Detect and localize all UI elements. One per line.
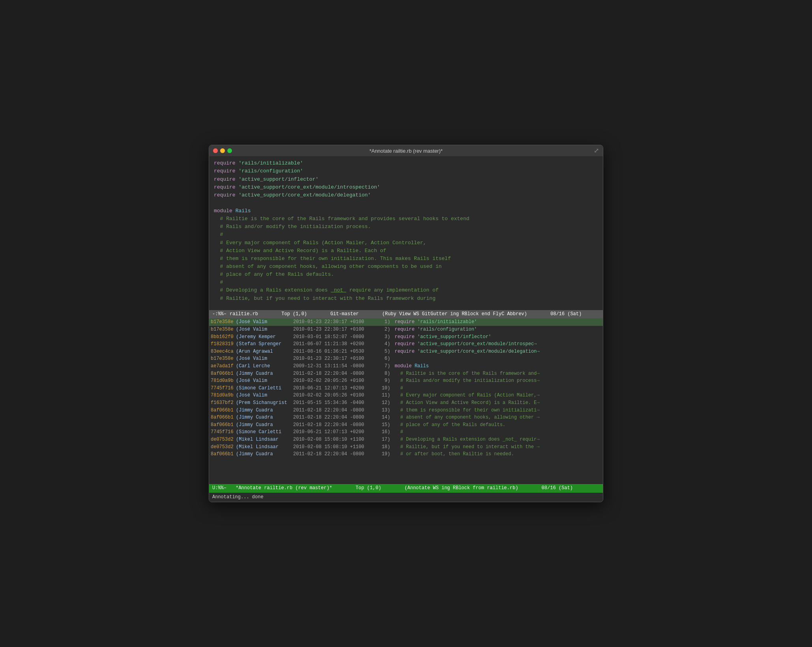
- code-line-2: require 'rails/configuration': [209, 167, 603, 175]
- code-line-12: # Action View and Active Record) is a Ra…: [209, 247, 603, 255]
- status-filename: railtie.rb: [230, 310, 258, 318]
- code-line-3: require 'active_support/inflector': [209, 176, 603, 183]
- blame-line-17: de0753d2 (Mikel Lindsaar 2010-02-08 15:0…: [209, 436, 603, 443]
- code-line-17: # Developing a Rails extension does _not…: [209, 286, 603, 294]
- blame-line-2: b17e358e (José Valim 2010-01-23 22:30:17…: [209, 326, 603, 333]
- blame-line-5: 83eec4ca (Arun Agrawal 2011-08-16 01:36:…: [209, 348, 603, 355]
- traffic-lights: [213, 148, 232, 153]
- status-mode: -:%%–: [212, 310, 226, 318]
- maximize-button[interactable]: [227, 148, 232, 153]
- editor-area[interactable]: require 'rails/initializable' require 'r…: [209, 156, 603, 310]
- code-line-15: # place of any of the Rails defaults.: [209, 271, 603, 279]
- bottom-status-bar: U:%%– *Annotate railtie.rb (rev master)*…: [209, 484, 603, 492]
- bottom-date: 08/16 (Sat): [542, 484, 573, 492]
- blame-hash: b17e358e: [209, 318, 236, 326]
- code-line-9: # Rails and/or modify the initialization…: [209, 223, 603, 231]
- code-line-18: # Railtie, but if you need to interact w…: [209, 295, 603, 303]
- bottom-mode: U:%%–: [212, 484, 226, 492]
- blame-line-7: ae7ada1f (Carl Lerche 2009-12-31 13:11:5…: [209, 363, 603, 370]
- titlebar: *Annotate railtie.rb (rev master)* ⤢: [209, 145, 603, 156]
- top-status-bar: -:%%– railtie.rb Top (1,0) Git-master (R…: [209, 310, 603, 318]
- blame-line-19: 8af066b1 (Jimmy Cuadra 2011-02-18 22:20:…: [209, 451, 603, 458]
- bottom-info: (Annotate WS ing RBlock from railtie.rb): [404, 484, 518, 492]
- blame-line-3: 8bb162f0 (Jeremy Kemper 2010-03-01 18:52…: [209, 333, 603, 341]
- echo-text: Annotating... done: [212, 494, 264, 500]
- bottom-filename: *Annotate railtie.rb (rev master)*: [236, 484, 332, 492]
- minimize-button[interactable]: [220, 148, 225, 153]
- blame-code: require 'rails/initializable': [392, 318, 603, 326]
- code-line-8: # Railtie is the core of the Rails frame…: [209, 215, 603, 223]
- blame-line-1: b17e358e (José Valim 2010-01-23 22:30:17…: [209, 318, 603, 326]
- code-line-10: #: [209, 231, 603, 239]
- code-line-14: # absent of any component hooks, allowin…: [209, 263, 603, 271]
- main-window: *Annotate railtie.rb (rev master)* ⤢ req…: [209, 145, 603, 502]
- blame-date: 2010-01-23 22:30:17 +0100: [293, 318, 380, 326]
- blame-line-8: 8af066b1 (Jimmy Cuadra 2011-02-18 22:20:…: [209, 370, 603, 378]
- blame-author: (José Valim: [236, 318, 293, 326]
- close-button[interactable]: [213, 148, 218, 153]
- code-line-16: #: [209, 279, 603, 286]
- blame-lineno: 1): [380, 318, 392, 326]
- blame-line-14: 8af066b1 (Jimmy Cuadra 2011-02-18 22:20:…: [209, 414, 603, 421]
- blame-line-10: 7745f716 (Simone Carletti 2010-06-21 12:…: [209, 385, 603, 392]
- resize-icon[interactable]: ⤢: [594, 147, 599, 155]
- blame-line-12: f1637bf2 (Prem Sichanugrist 2011-05-15 1…: [209, 399, 603, 407]
- code-line-7: module Rails: [209, 207, 603, 215]
- status-position: Top (1,0): [281, 310, 307, 318]
- code-line-13: # them is responsible for their own init…: [209, 255, 603, 263]
- blame-line-16: 7745f716 (Simone Carletti 2010-06-21 12:…: [209, 428, 603, 436]
- code-line-5: require 'active_support/core_ext/module/…: [209, 191, 603, 199]
- blame-line-18: de0753d2 (Mikel Lindsaar 2010-02-08 15:0…: [209, 443, 603, 451]
- code-line-1: require 'rails/initializable': [209, 159, 603, 167]
- blame-line-15: 8af066b1 (Jimmy Cuadra 2011-02-18 22:20:…: [209, 421, 603, 429]
- blame-line-6: b17e358e (José Valim 2010-01-23 22:30:17…: [209, 355, 603, 363]
- status-modes: (Ruby View WS GitGutter ing RBlock end F…: [382, 310, 527, 318]
- blame-line-4: f1828319 (Stefan Sprenger 2011-06-07 11:…: [209, 340, 603, 348]
- window-title: *Annotate railtie.rb (rev master)*: [369, 148, 443, 154]
- code-line-11: # Every major component of Rails (Action…: [209, 239, 603, 247]
- code-line-4: require 'active_support/core_ext/module/…: [209, 183, 603, 191]
- blame-line-11: 781d0a9b (José Valim 2010-02-02 20:05:26…: [209, 392, 603, 399]
- status-date: 08/16 (Sat): [550, 310, 582, 318]
- echo-area: Annotating... done: [209, 493, 603, 502]
- blame-line-13: 8af066b1 (Jimmy Cuadra 2011-02-18 22:20:…: [209, 407, 603, 414]
- blame-line-9: 781d0a9b (José Valim 2010-02-02 20:05:26…: [209, 377, 603, 385]
- status-branch: Git-master: [330, 310, 359, 318]
- code-line-6: [209, 199, 603, 207]
- blame-area[interactable]: b17e358e (José Valim 2010-01-23 22:30:17…: [209, 318, 603, 484]
- bottom-position: Top (1,0): [355, 484, 381, 492]
